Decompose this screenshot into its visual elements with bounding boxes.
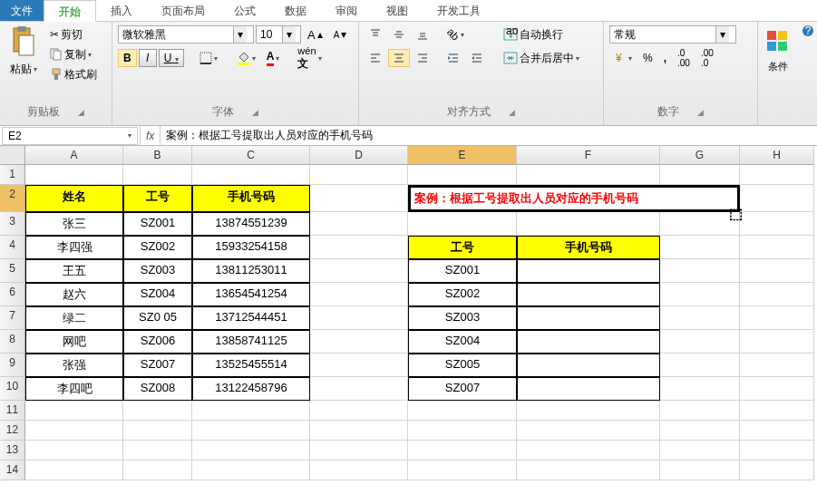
- row-head-12[interactable]: 12: [0, 421, 25, 441]
- cell-E5[interactable]: SZ001: [408, 259, 517, 283]
- cell-G9[interactable]: [660, 354, 740, 377]
- cell-G5[interactable]: [660, 259, 740, 283]
- cell-G1[interactable]: [660, 165, 740, 185]
- cell-B13[interactable]: [123, 441, 192, 460]
- cell-H5[interactable]: [740, 259, 814, 283]
- row-head-10[interactable]: 10: [0, 377, 25, 401]
- cell-H12[interactable]: [740, 421, 814, 441]
- cell-F11[interactable]: [517, 401, 660, 421]
- phonetic-button[interactable]: wén文▾: [293, 49, 326, 67]
- cell-C12[interactable]: [192, 421, 310, 441]
- cell-B8[interactable]: SZ006: [123, 330, 192, 354]
- cell-C9[interactable]: 13525455514: [192, 354, 310, 377]
- cell-G6[interactable]: [660, 283, 740, 306]
- cell-B1[interactable]: [123, 165, 192, 185]
- col-head-A[interactable]: A: [25, 146, 123, 165]
- wrap-text-button[interactable]: ab自动换行: [499, 25, 584, 44]
- cell-F6[interactable]: [517, 283, 660, 306]
- merge-center-button[interactable]: 合并后居中▾: [499, 49, 584, 67]
- italic-button[interactable]: I: [139, 49, 157, 67]
- cell-E11[interactable]: [408, 401, 517, 421]
- row-head-8[interactable]: 8: [0, 330, 25, 354]
- col-head-F[interactable]: F: [517, 146, 660, 165]
- cell-E10[interactable]: SZ007: [408, 377, 517, 401]
- spreadsheet-grid[interactable]: ABCDEFGH12姓名工号手机号码案例：根据工号提取出人员对应的手机号码⬚3张…: [0, 146, 817, 480]
- clipboard-dialog-icon[interactable]: ◢: [78, 108, 84, 117]
- cell-C5[interactable]: 13811253011: [192, 259, 310, 283]
- cell-D4[interactable]: [310, 236, 408, 259]
- cell-F5[interactable]: [517, 259, 660, 283]
- indent-increase-button[interactable]: [466, 49, 488, 67]
- cell-B9[interactable]: SZ007: [123, 354, 192, 377]
- tab-home[interactable]: 开始: [44, 0, 96, 22]
- cell-A5[interactable]: 王五: [25, 259, 123, 283]
- cell-B2[interactable]: 工号: [123, 185, 192, 212]
- cell-A10[interactable]: 李四吧: [25, 377, 123, 401]
- cell-E7[interactable]: SZ003: [408, 306, 517, 330]
- cell-H8[interactable]: [740, 330, 814, 354]
- cell-B7[interactable]: SZ0 05: [123, 306, 192, 330]
- cell-A11[interactable]: [25, 401, 123, 421]
- paste-icon[interactable]: [7, 25, 40, 58]
- align-bottom-button[interactable]: [412, 25, 433, 44]
- cell-C8[interactable]: 13858741125: [192, 330, 310, 354]
- tab-layout[interactable]: 页面布局: [147, 0, 219, 21]
- cell-B4[interactable]: SZ002: [123, 236, 192, 259]
- cell-B10[interactable]: SZ008: [123, 377, 192, 401]
- cell-C1[interactable]: [192, 165, 310, 185]
- cell-H11[interactable]: [740, 401, 814, 421]
- cell-E6[interactable]: SZ002: [408, 283, 517, 306]
- comma-button[interactable]: ,: [659, 49, 671, 67]
- cell-F4[interactable]: 手机号码: [517, 236, 660, 259]
- cell-A3[interactable]: 张三: [25, 212, 123, 236]
- cell-F14[interactable]: [517, 460, 660, 480]
- row-head-7[interactable]: 7: [0, 306, 25, 330]
- cell-G10[interactable]: [660, 377, 740, 401]
- cell-H9[interactable]: [740, 354, 814, 377]
- cell-F13[interactable]: [517, 441, 660, 460]
- cell-C4[interactable]: 15933254158: [192, 236, 310, 259]
- row-head-9[interactable]: 9: [0, 354, 25, 377]
- col-head-D[interactable]: D: [310, 146, 408, 165]
- bold-button[interactable]: B: [118, 49, 137, 67]
- cell-F8[interactable]: [517, 330, 660, 354]
- align-left-button[interactable]: [365, 49, 386, 67]
- col-head-H[interactable]: H: [740, 146, 814, 165]
- copy-button[interactable]: 复制▾: [45, 45, 102, 63]
- fill-color-button[interactable]: ▾: [233, 49, 260, 67]
- name-box[interactable]: E2▾: [2, 127, 138, 145]
- paste-button[interactable]: 粘贴▾: [5, 60, 42, 78]
- cell-F9[interactable]: [517, 354, 660, 377]
- col-head-G[interactable]: G: [660, 146, 740, 165]
- cell-C14[interactable]: [192, 460, 310, 480]
- cell-D13[interactable]: [310, 441, 408, 460]
- col-head-B[interactable]: B: [123, 146, 192, 165]
- cell-B3[interactable]: SZ001: [123, 212, 192, 236]
- font-color-button[interactable]: A▾: [262, 49, 285, 67]
- tab-dev[interactable]: 开发工具: [423, 0, 495, 21]
- cell-A2[interactable]: 姓名: [25, 185, 123, 212]
- cell-H2[interactable]: [740, 185, 814, 212]
- cell-E13[interactable]: [408, 441, 517, 460]
- cell-F12[interactable]: [517, 421, 660, 441]
- font-shrink-button[interactable]: A▾: [329, 25, 352, 44]
- cell-C6[interactable]: 13654541254: [192, 283, 310, 306]
- cell-A6[interactable]: 赵六: [25, 283, 123, 306]
- orientation-button[interactable]: ab▾: [443, 25, 469, 44]
- cell-B6[interactable]: SZ004: [123, 283, 192, 306]
- cell-A13[interactable]: [25, 441, 123, 460]
- cell-A4[interactable]: 李四强: [25, 236, 123, 259]
- cell-B11[interactable]: [123, 401, 192, 421]
- align-dialog-icon[interactable]: ◢: [509, 108, 515, 117]
- row-head-1[interactable]: 1: [0, 165, 25, 185]
- tab-review[interactable]: 审阅: [321, 0, 372, 21]
- cell-E9[interactable]: SZ005: [408, 354, 517, 377]
- cell-D10[interactable]: [310, 377, 408, 401]
- font-grow-button[interactable]: A▴: [303, 25, 327, 44]
- cell-H13[interactable]: [740, 441, 814, 460]
- cell-E3[interactable]: [408, 212, 517, 236]
- cell-F3[interactable]: [517, 212, 660, 236]
- align-top-button[interactable]: [365, 25, 386, 44]
- cell-H6[interactable]: [740, 283, 814, 306]
- row-head-13[interactable]: 13: [0, 441, 25, 460]
